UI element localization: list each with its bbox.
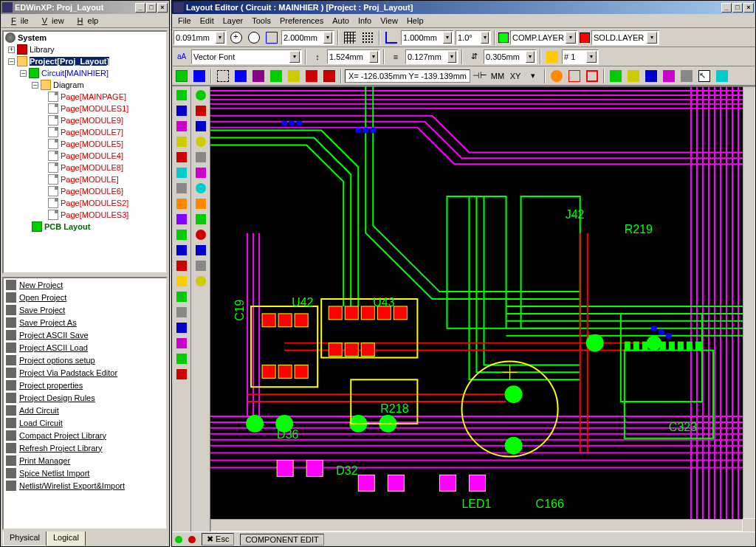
titlebar[interactable]: Layout Editor ( Circuit : MAINHIER ) [Pr… [172,1,755,14]
tool-icon[interactable] [549,68,565,84]
text-height-combo[interactable]: ▾ [327,49,380,64]
dropdown-icon[interactable]: ▾ [525,68,541,84]
action-save-project-as[interactable]: Save Project As [4,316,166,328]
menu-layer[interactable]: Layer [219,15,248,27]
vtool2-7[interactable] [193,196,209,211]
snap-icon[interactable] [264,30,280,46]
spacing-combo[interactable]: ▾ [484,49,537,64]
zoom-in-icon[interactable]: + [228,30,244,46]
tree-page[interactable]: Page[MODULE7] [61,128,123,137]
action-spice-netlist-import[interactable]: Spice Netlist Import [4,467,166,479]
vtool-12[interactable] [173,274,190,289]
action-project-ascii-save[interactable]: Project ASCII Save [4,328,166,341]
action-print-manager[interactable]: Print Manager [4,454,166,467]
menu-help[interactable]: Help [69,15,103,27]
vtool-16[interactable] [173,336,190,351]
coord-mode-icon[interactable]: ⊣⊢ [472,68,488,84]
tree-library[interactable]: Library [30,45,55,54]
vtool-11[interactable] [173,258,190,273]
vtool-1[interactable] [173,103,190,118]
text-height-input[interactable] [329,52,369,61]
vtool-7[interactable] [173,196,190,211]
fill-tool-icon[interactable] [250,68,267,84]
action-project-properties[interactable]: Project properties [4,379,166,391]
tree-page[interactable]: Page[MODULES2] [61,199,128,207]
sold-layer-combo[interactable]: SOLD.LAYER▾ [591,30,659,45]
text-tool-icon[interactable]: aA [173,49,190,65]
grid-dots-icon[interactable] [360,30,376,46]
maximize-button[interactable]: □ [732,3,743,13]
book-tool-icon[interactable] [321,68,337,84]
vtool2-11[interactable] [193,258,209,273]
tree-page[interactable]: Page[MODULE5] [61,140,123,148]
width-combo[interactable]: ▾ [173,30,227,45]
select-tool-icon[interactable] [215,68,231,84]
line-width-icon[interactable]: ≡ [388,49,404,65]
action-add-circuit[interactable]: Add Circuit [4,404,166,416]
menu-view[interactable]: View [33,15,69,27]
tool-icon[interactable] [608,68,624,84]
sold-layer-swatch[interactable] [580,32,590,43]
tree-page[interactable]: Page[MODULE9] [61,116,123,125]
angle-combo[interactable]: ▾ [456,30,491,45]
comp-tool-icon[interactable] [173,68,190,84]
vertical-scrollbar[interactable] [743,86,755,519]
vtool-0[interactable] [173,88,190,103]
action-save-project[interactable]: Save Project [4,303,166,316]
tool-icon[interactable] [191,68,207,84]
tool-icon[interactable] [566,68,583,84]
vtool2-3[interactable] [193,134,209,149]
tool-icon[interactable] [714,68,730,84]
action-project-options-setup[interactable]: Project options setup [4,354,166,366]
vtool2-6[interactable] [193,181,209,196]
vtool-5[interactable] [173,165,190,180]
tree-project[interactable]: Project[Proj_Layout] [30,57,109,66]
angle-icon[interactable] [383,30,399,46]
hash-tool-icon[interactable] [544,49,560,65]
vtool-2[interactable] [173,119,190,134]
tree-page[interactable]: Page[MODULE] [61,175,119,184]
maximize-button[interactable]: □ [146,3,157,13]
vtool2-12[interactable] [193,274,209,289]
action-refresh-project-library[interactable]: Refresh Project Library [4,441,166,454]
vtool2-2[interactable] [193,119,209,134]
cursor-icon[interactable]: ↖ [696,68,712,84]
menu-view[interactable]: View [376,15,402,27]
vtool-10[interactable] [173,243,190,258]
spacing-icon[interactable]: ⇵ [466,49,482,65]
vtool-6[interactable] [173,181,190,196]
tab-physical[interactable]: Physical [3,531,47,546]
tree-system[interactable]: System [18,33,47,42]
menu-file[interactable]: File [2,15,33,27]
action-project-design-rules[interactable]: Project Design Rules [4,391,166,404]
menu-file[interactable]: File [173,15,196,27]
vtool2-0[interactable] [193,88,209,103]
tool-icon[interactable] [268,68,284,84]
line-width-combo[interactable]: ▾ [405,49,458,64]
vtool-8[interactable] [173,212,190,227]
action-open-project[interactable]: Open Project [4,291,166,303]
xy-toggle[interactable]: XY [507,68,523,84]
vtool-3[interactable] [173,134,190,149]
vtool-18[interactable] [173,367,190,382]
vtool-15[interactable] [173,320,190,335]
action-project-via-padstack-editor[interactable]: Project Via Padstack Editor [4,366,166,379]
expand-toggle[interactable]: + [8,47,15,53]
comp-layer-swatch[interactable] [498,32,509,43]
box-tool-icon[interactable] [233,68,249,84]
tree-page[interactable]: Page[MODULE8] [61,163,123,172]
unit-toggle[interactable]: MM [489,68,506,84]
line-width-input[interactable] [408,52,447,61]
tool-icon[interactable] [643,68,659,84]
hash-combo[interactable]: # 1▾ [562,49,599,64]
titlebar[interactable]: EDWinXP: Proj_Layout _ □ × [1,1,169,14]
minimize-button[interactable]: _ [721,3,732,13]
vtool-17[interactable] [173,351,190,366]
action-netlist-wirelist-export-import[interactable]: Netlist/Wirelist Export&Import [4,479,166,492]
width-input[interactable] [176,33,216,42]
tool-icon[interactable] [625,68,642,84]
menu-preferences[interactable]: Preferences [275,15,328,27]
spacing-input[interactable] [486,52,526,61]
close-button[interactable]: × [157,3,168,13]
vtool2-10[interactable] [193,243,209,258]
